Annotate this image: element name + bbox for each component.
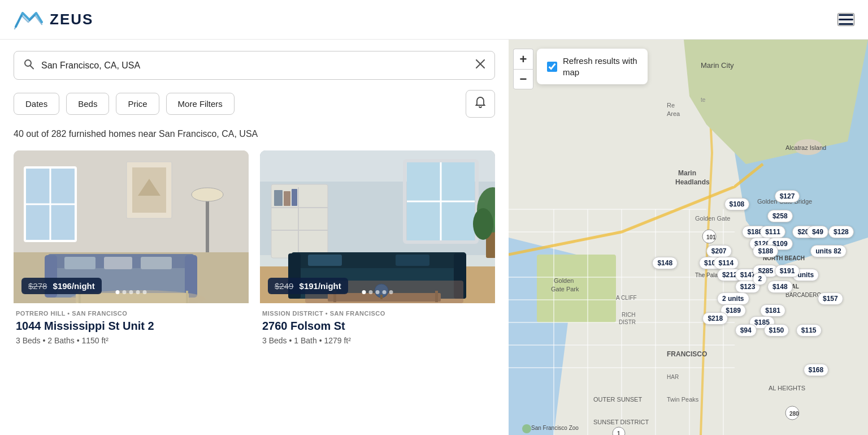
listing-info-2: MISSION DISTRICT • SAN FRANCISCO 2760 Fo… — [260, 303, 495, 345]
svg-text:SUNSET DISTRICT: SUNSET DISTRICT — [593, 419, 649, 425]
svg-text:Golden Gate: Golden Gate — [695, 215, 730, 222]
zoom-out-button[interactable]: − — [513, 69, 533, 89]
alert-button[interactable] — [466, 90, 495, 118]
map-pin-2[interactable]: $258 — [767, 210, 793, 222]
current-price-1: $196/night — [53, 281, 95, 291]
filter-row: Dates Beds Price More Filters — [14, 90, 495, 118]
svg-text:te: te — [701, 97, 706, 103]
svg-text:Golden: Golden — [554, 277, 574, 284]
map-pin-26[interactable]: $218 — [702, 312, 728, 325]
svg-point-106 — [522, 424, 531, 433]
listing-card-2[interactable]: $249 $191/night MISSION DISTRICT • SAN F… — [260, 150, 495, 345]
svg-rect-40 — [292, 189, 297, 206]
more-filters-button[interactable]: More Filters — [166, 93, 235, 115]
dot-2-1 — [362, 290, 366, 294]
map-pin-32[interactable]: $191 — [775, 265, 800, 277]
map-pin-21[interactable]: $181 — [760, 304, 785, 317]
svg-text:Twin Peaks: Twin Peaks — [667, 396, 699, 403]
header: ZEUS — [0, 0, 868, 40]
zeus-logo-icon — [14, 8, 43, 31]
listing-location-1: POTRERO HILL • SAN FRANCISCO — [16, 310, 246, 317]
svg-text:280: 280 — [789, 411, 799, 417]
map-pin-4[interactable]: $111 — [760, 226, 785, 238]
svg-text:Re: Re — [667, 102, 675, 109]
svg-rect-56 — [380, 295, 383, 299]
listing-location-2: MISSION DISTRICT • SAN FRANCISCO — [262, 310, 493, 317]
search-bar: San Francisco, CA, USA — [14, 51, 495, 80]
right-panel: Marin City Alcatraz Island Marin Headlan… — [509, 40, 868, 435]
svg-text:HAR: HAR — [667, 374, 679, 380]
map-pin-0[interactable]: $127 — [775, 190, 800, 203]
map-pin-18[interactable]: $148 — [767, 281, 793, 293]
beds-filter-button[interactable]: Beds — [66, 93, 109, 115]
svg-rect-18 — [104, 257, 132, 269]
map-pin-14[interactable]: $114 — [714, 257, 739, 269]
svg-text:Alcatraz Island: Alcatraz Island — [785, 144, 826, 151]
refresh-results-wrap: Refresh results withmap — [537, 49, 648, 84]
map-pin-19[interactable]: 2 units — [717, 292, 749, 305]
svg-line-1 — [31, 66, 34, 69]
clear-search-button[interactable] — [475, 59, 485, 72]
svg-rect-19 — [141, 257, 172, 269]
map-pin-28[interactable]: $168 — [804, 364, 829, 376]
old-price-2: $249 — [275, 281, 293, 291]
map-pin-27[interactable]: $115 — [796, 324, 822, 337]
map-pin-25[interactable]: $94 — [735, 324, 757, 337]
map-pin-13[interactable]: $148 — [652, 257, 678, 269]
listing-image-2: $249 $191/night — [260, 150, 495, 303]
old-price-1: $278 — [28, 281, 47, 291]
hamburger-line-1 — [839, 14, 853, 16]
map-pin-24[interactable]: $150 — [764, 324, 789, 337]
listing-card-1[interactable]: $278 $196/night POTRERO HILL • SAN FRANC… — [14, 150, 249, 345]
price-badge-1: $278 $196/night — [21, 278, 102, 294]
svg-point-24 — [192, 188, 223, 201]
hamburger-line-2 — [839, 19, 853, 20]
zoom-in-button[interactable]: + — [513, 49, 533, 69]
svg-rect-17 — [64, 257, 96, 269]
svg-text:Marin City: Marin City — [701, 61, 734, 70]
search-icon — [23, 58, 34, 72]
svg-text:A CLIFF: A CLIFF — [616, 295, 637, 301]
map-pin-22[interactable]: $157 — [818, 292, 843, 305]
svg-text:DISTR: DISTR — [619, 319, 636, 325]
map-pin-29[interactable]: units 82 — [810, 245, 846, 257]
svg-text:Marin: Marin — [678, 169, 696, 177]
svg-text:San Francisco Zoo: San Francisco Zoo — [531, 425, 579, 431]
left-panel: San Francisco, CA, USA Dates Beds Price … — [0, 40, 509, 435]
main-layout: San Francisco, CA, USA Dates Beds Price … — [0, 40, 868, 435]
svg-rect-35 — [271, 207, 328, 208]
map-pin-6[interactable]: $49 — [807, 226, 828, 238]
dots-indicator-2 — [362, 290, 393, 294]
svg-rect-38 — [274, 190, 283, 206]
svg-rect-37 — [298, 187, 299, 261]
dot-2-2 — [369, 290, 373, 294]
listings-grid: $278 $196/night POTRERO HILL • SAN FRANC… — [14, 150, 495, 345]
svg-rect-23 — [206, 196, 209, 252]
search-input[interactable]: San Francisco, CA, USA — [41, 61, 475, 71]
listing-title-2: 2760 Folsom St — [262, 320, 493, 333]
svg-rect-49 — [308, 255, 342, 266]
refresh-results-checkbox[interactable] — [547, 62, 557, 72]
svg-rect-50 — [396, 255, 429, 266]
listing-title-1: 1044 Mississippi St Unit 2 — [16, 320, 246, 333]
svg-text:OUTER SUNSET: OUTER SUNSET — [593, 396, 642, 403]
refresh-results-label: Refresh results withmap — [563, 55, 637, 77]
zoom-controls: + − — [513, 49, 533, 89]
price-filter-button[interactable]: Price — [116, 93, 159, 115]
hamburger-menu[interactable] — [837, 13, 854, 26]
dot-2-5 — [389, 290, 393, 294]
listing-details-1: 3 Beds • 2 Baths • 1150 ft² — [16, 336, 246, 345]
svg-text:101: 101 — [706, 234, 716, 240]
dot-2-3 — [376, 290, 380, 294]
results-count: 40 out of 282 furnished homes near San F… — [14, 129, 495, 139]
map-pin-11[interactable]: $188 — [753, 245, 778, 257]
bell-icon — [474, 96, 487, 111]
map-pin-10[interactable]: $207 — [706, 245, 732, 257]
dot-2-4 — [383, 290, 387, 294]
hamburger-line-3 — [839, 23, 853, 25]
svg-text:Area: Area — [667, 110, 680, 117]
map-pin-1[interactable]: $108 — [724, 198, 750, 210]
svg-text:BARCADERO: BARCADERO — [785, 292, 822, 298]
map-pin-7[interactable]: $128 — [828, 226, 854, 238]
dates-filter-button[interactable]: Dates — [14, 93, 59, 115]
